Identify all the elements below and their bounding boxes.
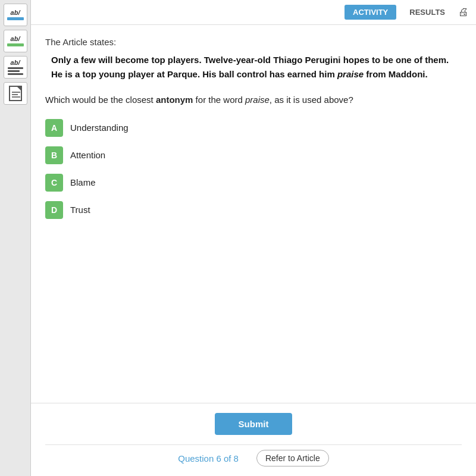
print-icon[interactable]: 🖨: [458, 6, 469, 18]
question-text: Which would be the closest antonym for t…: [45, 93, 462, 107]
sidebar-lines: [8, 67, 23, 75]
option-d[interactable]: D Trust: [45, 201, 462, 219]
option-a-letter: A: [45, 119, 63, 137]
sidebar-item-1[interactable]: ab/: [4, 4, 27, 26]
sidebar-item-3[interactable]: ab/: [4, 56, 27, 79]
article-quote: Only a few will become top players. Twel…: [45, 53, 462, 82]
sidebar-color-bar-2: [7, 43, 24, 46]
content-area: The Article states: Only a few will beco…: [31, 25, 476, 403]
article-label: The Article states:: [45, 37, 462, 47]
sidebar: ab/ ab/ ab/: [0, 0, 31, 476]
refer-to-article-button[interactable]: Refer to Article: [256, 450, 329, 466]
option-b-letter: B: [45, 146, 63, 164]
option-d-text: Trust: [70, 205, 90, 215]
option-d-letter: D: [45, 201, 63, 219]
sidebar-item-4[interactable]: [4, 82, 27, 105]
footer-area: Submit Question 6 of 8 Refer to Article: [31, 403, 476, 476]
option-a[interactable]: A Understanding: [45, 119, 462, 137]
option-b-text: Attention: [70, 150, 105, 160]
document-icon: [9, 86, 22, 101]
sidebar-item-2[interactable]: ab/: [4, 30, 27, 52]
question-counter: Question 6 of 8: [178, 453, 239, 464]
bottom-nav: Question 6 of 8 Refer to Article: [45, 444, 462, 466]
activity-tab[interactable]: ACTIVITY: [345, 5, 396, 20]
option-b[interactable]: B Attention: [45, 146, 462, 164]
header: ACTIVITY RESULTS 🖨: [31, 0, 476, 25]
main-panel: ACTIVITY RESULTS 🖨 The Article states: O…: [31, 0, 476, 476]
sidebar-color-bar-1: [7, 17, 24, 20]
submit-button[interactable]: Submit: [215, 413, 293, 435]
option-a-text: Understanding: [70, 123, 129, 133]
results-tab[interactable]: RESULTS: [401, 5, 453, 20]
option-c-text: Blame: [70, 177, 96, 187]
option-c-letter: C: [45, 174, 63, 192]
option-c[interactable]: C Blame: [45, 174, 462, 192]
